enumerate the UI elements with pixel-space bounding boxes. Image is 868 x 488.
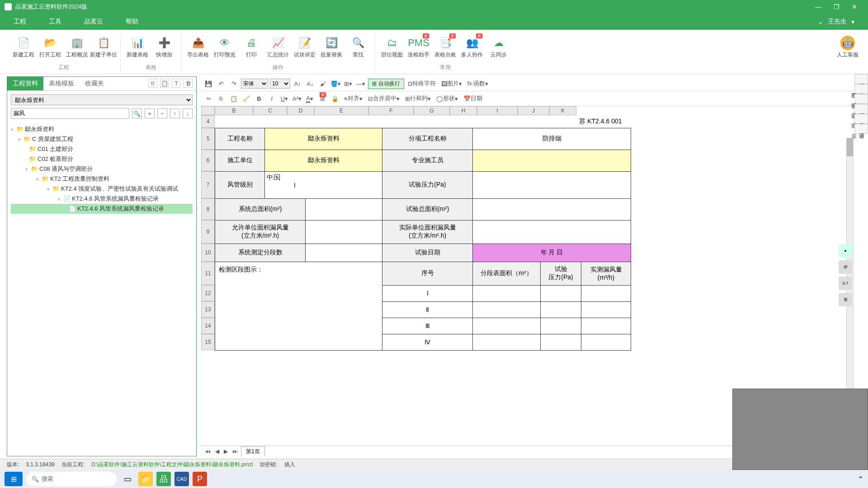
ribbon-多人协作[interactable]: 👥多人协作新	[460, 34, 484, 60]
cell[interactable]	[581, 318, 631, 334]
value-duct-level[interactable]: 中压I	[265, 171, 382, 198]
task-view-icon[interactable]: ▭	[120, 472, 135, 486]
lock-icon[interactable]: 🔒	[330, 93, 340, 104]
sidebar-action-2[interactable]: 📋	[160, 79, 169, 88]
chevron-down-icon[interactable]: ⌄	[818, 18, 823, 25]
value-actual-leak[interactable]	[473, 220, 631, 244]
row-header-6[interactable]: 6	[201, 150, 215, 171]
tree-node-kt2[interactable]: KT2 工程质量控制资料	[50, 175, 109, 182]
tree-toggle[interactable]: ▿	[36, 177, 42, 182]
value-total-area[interactable]	[306, 198, 382, 220]
collapse-button[interactable]: −	[157, 108, 167, 118]
rightbar-schematic[interactable]: 示意 图	[854, 114, 868, 124]
ribbon-新建表格[interactable]: 📊新建表格	[125, 34, 150, 60]
line-icon[interactable]: —▾	[355, 78, 366, 89]
first-sheet-icon[interactable]: ⏮	[204, 448, 212, 455]
row-header-12[interactable]: 12	[201, 285, 215, 301]
sidebar-action-delete[interactable]: 🗑	[184, 79, 193, 88]
row-header-8[interactable]: 8	[201, 198, 215, 220]
corner-cell[interactable]	[201, 106, 215, 115]
float-widget-4[interactable]: 资	[839, 293, 852, 306]
ribbon-快增加[interactable]: ➕快增加	[152, 34, 176, 60]
col-header-B[interactable]: B	[215, 106, 253, 115]
tree-toggle[interactable]: ▿	[25, 167, 31, 172]
tab-favorites[interactable]: 收藏夹	[80, 77, 109, 90]
menu-project[interactable]: 工程	[14, 18, 26, 26]
border-icon[interactable]: ⊞▾	[343, 78, 354, 89]
value-construct-unit[interactable]: 鄢永烁资料	[265, 150, 382, 171]
rightbar-comments[interactable]: 评语 库	[854, 124, 868, 134]
cell[interactable]	[581, 301, 631, 318]
bold-icon[interactable]: B	[254, 93, 264, 104]
clear-icon[interactable]: 🧹	[241, 93, 252, 104]
align-button[interactable]: ≡ 对齐▾	[342, 93, 364, 104]
ribbon-打印[interactable]: 🖨打印	[239, 34, 264, 60]
function-button[interactable]: fx 函数▾	[466, 78, 491, 89]
cell[interactable]	[541, 285, 581, 301]
tree-node-kt24[interactable]: KT2.4 强度试验、严密性试验及有关试验调试	[61, 185, 178, 192]
cell[interactable]	[473, 318, 541, 334]
shape-button[interactable]: ◯ 形状▾	[434, 93, 460, 104]
special-char-button[interactable]: Ω 特殊字符	[406, 78, 438, 89]
label-diagram[interactable]: 检测区段图示：	[215, 262, 382, 350]
sidebar-search-input[interactable]	[11, 108, 129, 119]
date-button[interactable]: 📅 日期	[462, 93, 484, 104]
row-header-10[interactable]: 10	[201, 244, 215, 262]
tab-project-data[interactable]: 工程资料	[7, 77, 43, 90]
col-header-F[interactable]: F	[368, 106, 414, 115]
tree-node-c02[interactable]: C02 桩基部分	[38, 155, 73, 162]
cell[interactable]	[541, 318, 581, 334]
tree-node-c[interactable]: C 房屋建筑工程	[32, 136, 73, 142]
tray-chevron-icon[interactable]: ⌃	[858, 475, 863, 483]
row-header-7[interactable]: 7	[201, 171, 215, 198]
value-test-area[interactable]	[473, 198, 631, 220]
save-icon[interactable]: 💾	[203, 78, 214, 89]
row-header-15[interactable]: 15	[201, 334, 215, 350]
row-header-11[interactable]: 11	[201, 262, 215, 285]
font-increase-icon[interactable]: A↑	[292, 78, 303, 89]
fill-color-icon[interactable]: 🪣▾	[330, 78, 341, 89]
explorer-icon[interactable]: 📁	[138, 472, 153, 486]
tree-toggle[interactable]: ▿	[11, 127, 16, 132]
col-header-K[interactable]: K	[549, 106, 576, 115]
search-icon[interactable]: 🔍	[132, 108, 142, 118]
powerpoint-icon[interactable]: P	[193, 472, 207, 486]
paste-icon[interactable]: 📋	[228, 93, 239, 104]
tree-node-c01[interactable]: C01 土建部分	[38, 145, 73, 152]
ribbon-送检助手[interactable]: PMS送检助手新	[406, 34, 431, 60]
superscript-icon[interactable]: A²▾	[292, 93, 302, 104]
value-test-date[interactable]: 年 月 日	[473, 244, 631, 262]
cut-icon[interactable]: ✂	[203, 93, 214, 104]
col-header-C[interactable]: C	[253, 106, 287, 115]
value-worker[interactable]	[473, 150, 631, 171]
cell[interactable]	[473, 285, 541, 301]
cell[interactable]	[541, 334, 581, 350]
user-label[interactable]: 王先生	[828, 18, 847, 26]
last-sheet-icon[interactable]: ⏭	[231, 448, 239, 455]
ribbon-表格台账[interactable]: 📑表格台账新	[433, 34, 458, 60]
ribbon-查找[interactable]: 🔍查找	[346, 34, 370, 60]
tree-node-record[interactable]: KT2.4.6 风管系统漏风量检验记录	[77, 205, 164, 212]
cell[interactable]	[581, 285, 631, 301]
rightbar-rawrecord[interactable]: 原始 记录	[854, 104, 868, 114]
col-header-I[interactable]: I	[477, 106, 518, 115]
ribbon-试块评定[interactable]: 📝试块评定	[292, 34, 317, 60]
rightbar-fillguide[interactable]: 填表 说明	[854, 94, 868, 104]
value-project-name[interactable]: 鄢永烁资料	[265, 128, 382, 150]
ribbon-新建子单位[interactable]: 📋新建子单位	[91, 34, 116, 60]
table-icon[interactable]: ⊞新	[317, 93, 328, 104]
font-decrease-icon[interactable]: A↓	[305, 78, 316, 89]
expand-button[interactable]: +	[145, 108, 155, 118]
copy-icon[interactable]: ⎘	[216, 93, 226, 104]
ribbon-汇总统计[interactable]: 📈汇总统计	[266, 34, 290, 60]
menu-tools[interactable]: 工具	[49, 18, 61, 26]
ribbon-新建工程[interactable]: 📄新建工程	[11, 34, 36, 60]
next-sheet-icon[interactable]: ▶	[222, 448, 229, 455]
redo-icon[interactable]: ↷	[228, 78, 239, 89]
ribbon-云同步[interactable]: ☁云同步	[486, 34, 511, 60]
taskbar-search[interactable]: 🔍 搜索	[26, 472, 117, 486]
ribbon-工程概况[interactable]: 🏢工程概况	[65, 34, 89, 60]
start-button[interactable]: ⊞	[5, 472, 23, 486]
move-up-button[interactable]: ↑	[170, 108, 180, 118]
menu-help[interactable]: 帮助	[126, 18, 138, 26]
